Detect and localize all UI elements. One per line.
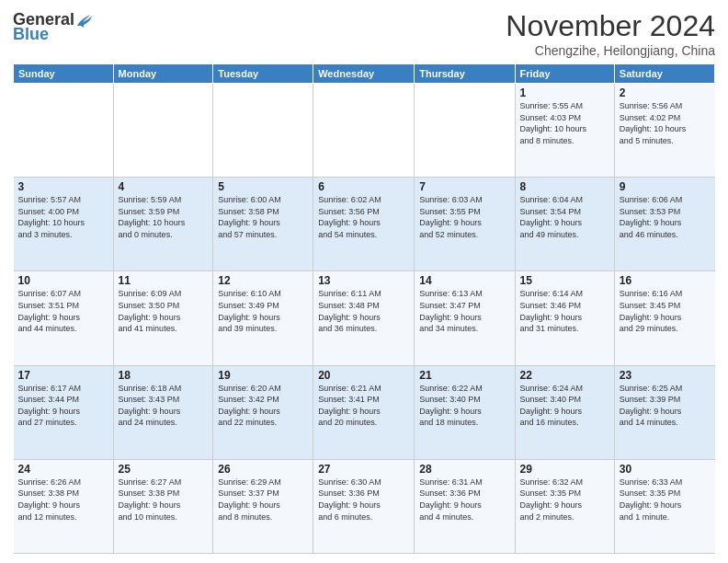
day-number: 18 [119,369,209,382]
calendar-cell: 11Sunrise: 6:09 AM Sunset: 3:50 PM Dayli… [113,271,213,365]
title-block: November 2024 Chengzihe, Heilongjiang, C… [506,9,715,58]
day-info: Sunrise: 6:30 AM Sunset: 3:36 PM Dayligh… [318,477,409,523]
header-row: Sunday Monday Tuesday Wednesday Thursday… [14,64,715,84]
day-info: Sunrise: 6:29 AM Sunset: 3:37 PM Dayligh… [218,477,308,523]
day-info: Sunrise: 6:20 AM Sunset: 3:42 PM Dayligh… [218,383,308,429]
day-info: Sunrise: 6:25 AM Sunset: 3:39 PM Dayligh… [620,383,711,429]
day-info: Sunrise: 6:03 AM Sunset: 3:55 PM Dayligh… [419,194,509,240]
day-number: 28 [419,463,509,476]
calendar-cell: 19Sunrise: 6:20 AM Sunset: 3:42 PM Dayli… [213,365,313,459]
calendar-cell [313,84,415,178]
page: General Blue November 2024 Chengzihe, He… [0,0,728,563]
day-number: 15 [520,274,609,287]
calendar-cell: 21Sunrise: 6:22 AM Sunset: 3:40 PM Dayli… [415,365,515,459]
header-sunday: Sunday [14,64,114,84]
day-info: Sunrise: 6:14 AM Sunset: 3:46 PM Dayligh… [520,288,609,334]
day-number: 13 [318,274,409,287]
week-row-5: 24Sunrise: 6:26 AM Sunset: 3:38 PM Dayli… [14,459,715,553]
day-info: Sunrise: 6:04 AM Sunset: 3:54 PM Dayligh… [520,194,609,240]
calendar-cell [213,84,313,178]
day-info: Sunrise: 6:33 AM Sunset: 3:35 PM Dayligh… [620,477,711,523]
day-number: 23 [620,369,711,382]
calendar-table: Sunday Monday Tuesday Wednesday Thursday… [13,63,715,554]
header-monday: Monday [113,64,213,84]
header-saturday: Saturday [614,64,714,84]
day-info: Sunrise: 6:13 AM Sunset: 3:47 PM Dayligh… [419,288,509,334]
day-number: 3 [18,180,108,193]
day-info: Sunrise: 6:07 AM Sunset: 3:51 PM Dayligh… [18,288,108,334]
week-row-3: 10Sunrise: 6:07 AM Sunset: 3:51 PM Dayli… [14,271,715,365]
week-row-2: 3Sunrise: 5:57 AM Sunset: 4:00 PM Daylig… [14,178,715,271]
calendar-cell: 15Sunrise: 6:14 AM Sunset: 3:46 PM Dayli… [515,271,614,365]
day-number: 6 [318,180,409,193]
header-tuesday: Tuesday [213,64,313,84]
day-number: 7 [419,180,509,193]
logo-bird-icon [75,9,92,29]
calendar-cell: 23Sunrise: 6:25 AM Sunset: 3:39 PM Dayli… [614,365,714,459]
day-number: 22 [520,369,609,382]
day-number: 25 [119,463,209,476]
day-info: Sunrise: 6:00 AM Sunset: 3:58 PM Dayligh… [218,194,308,240]
calendar-cell: 1Sunrise: 5:55 AM Sunset: 4:03 PM Daylig… [515,84,614,178]
day-info: Sunrise: 5:59 AM Sunset: 3:59 PM Dayligh… [119,194,209,240]
day-info: Sunrise: 6:11 AM Sunset: 3:48 PM Dayligh… [318,288,409,334]
day-info: Sunrise: 6:17 AM Sunset: 3:44 PM Dayligh… [18,383,108,429]
day-number: 30 [620,463,711,476]
calendar-cell: 24Sunrise: 6:26 AM Sunset: 3:38 PM Dayli… [14,459,114,553]
calendar-cell: 7Sunrise: 6:03 AM Sunset: 3:55 PM Daylig… [415,178,515,271]
day-info: Sunrise: 6:10 AM Sunset: 3:49 PM Dayligh… [218,288,308,334]
day-number: 11 [119,274,209,287]
header-friday: Friday [515,64,614,84]
day-number: 21 [419,369,509,382]
day-number: 19 [218,369,308,382]
calendar-cell [415,84,515,178]
day-info: Sunrise: 6:16 AM Sunset: 3:45 PM Dayligh… [620,288,711,334]
calendar-cell: 10Sunrise: 6:07 AM Sunset: 3:51 PM Dayli… [14,271,114,365]
header: General Blue November 2024 Chengzihe, He… [13,9,715,58]
calendar-cell: 26Sunrise: 6:29 AM Sunset: 3:37 PM Dayli… [213,459,313,553]
calendar-cell: 28Sunrise: 6:31 AM Sunset: 3:36 PM Dayli… [415,459,515,553]
day-info: Sunrise: 6:18 AM Sunset: 3:43 PM Dayligh… [119,383,209,429]
day-number: 24 [18,463,108,476]
calendar-cell: 12Sunrise: 6:10 AM Sunset: 3:49 PM Dayli… [213,271,313,365]
day-info: Sunrise: 5:56 AM Sunset: 4:02 PM Dayligh… [620,100,711,146]
calendar-cell: 13Sunrise: 6:11 AM Sunset: 3:48 PM Dayli… [313,271,415,365]
calendar-cell: 3Sunrise: 5:57 AM Sunset: 4:00 PM Daylig… [14,178,114,271]
calendar-cell: 18Sunrise: 6:18 AM Sunset: 3:43 PM Dayli… [113,365,213,459]
calendar-cell: 17Sunrise: 6:17 AM Sunset: 3:44 PM Dayli… [14,365,114,459]
day-info: Sunrise: 5:55 AM Sunset: 4:03 PM Dayligh… [520,100,609,146]
calendar-cell [113,84,213,178]
day-number: 9 [620,180,711,193]
calendar-cell: 14Sunrise: 6:13 AM Sunset: 3:47 PM Dayli… [415,271,515,365]
day-number: 12 [218,274,308,287]
calendar-cell: 2Sunrise: 5:56 AM Sunset: 4:02 PM Daylig… [614,84,714,178]
day-number: 20 [318,369,409,382]
day-number: 27 [318,463,409,476]
calendar-cell: 8Sunrise: 6:04 AM Sunset: 3:54 PM Daylig… [515,178,614,271]
day-info: Sunrise: 6:32 AM Sunset: 3:35 PM Dayligh… [520,477,609,523]
calendar-cell: 20Sunrise: 6:21 AM Sunset: 3:41 PM Dayli… [313,365,415,459]
day-number: 10 [18,274,108,287]
week-row-1: 1Sunrise: 5:55 AM Sunset: 4:03 PM Daylig… [14,84,715,178]
day-number: 29 [520,463,609,476]
day-info: Sunrise: 6:02 AM Sunset: 3:56 PM Dayligh… [318,194,409,240]
month-title: November 2024 [506,9,715,43]
calendar-cell: 9Sunrise: 6:06 AM Sunset: 3:53 PM Daylig… [614,178,714,271]
header-thursday: Thursday [415,64,515,84]
calendar-cell: 29Sunrise: 6:32 AM Sunset: 3:35 PM Dayli… [515,459,614,553]
day-number: 4 [119,180,209,193]
calendar-cell: 16Sunrise: 6:16 AM Sunset: 3:45 PM Dayli… [614,271,714,365]
calendar-cell [14,84,114,178]
day-info: Sunrise: 6:09 AM Sunset: 3:50 PM Dayligh… [119,288,209,334]
calendar-cell: 4Sunrise: 5:59 AM Sunset: 3:59 PM Daylig… [113,178,213,271]
day-info: Sunrise: 5:57 AM Sunset: 4:00 PM Dayligh… [18,194,108,240]
calendar-cell: 22Sunrise: 6:24 AM Sunset: 3:40 PM Dayli… [515,365,614,459]
day-info: Sunrise: 6:26 AM Sunset: 3:38 PM Dayligh… [18,477,108,523]
day-info: Sunrise: 6:24 AM Sunset: 3:40 PM Dayligh… [520,383,609,429]
day-number: 2 [620,86,711,99]
day-number: 8 [520,180,609,193]
day-info: Sunrise: 6:27 AM Sunset: 3:38 PM Dayligh… [119,477,209,523]
calendar-cell: 30Sunrise: 6:33 AM Sunset: 3:35 PM Dayli… [614,459,714,553]
day-info: Sunrise: 6:22 AM Sunset: 3:40 PM Dayligh… [419,383,509,429]
calendar-cell: 25Sunrise: 6:27 AM Sunset: 3:38 PM Dayli… [113,459,213,553]
